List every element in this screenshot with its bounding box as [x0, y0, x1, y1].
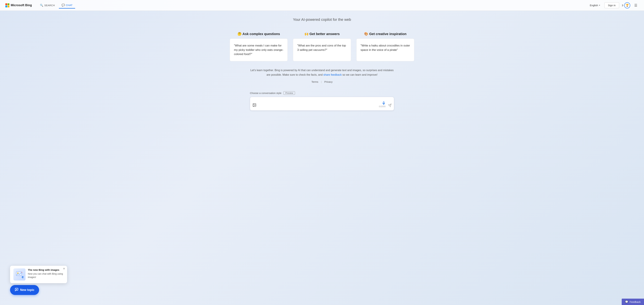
header-right: English ▼ Sign in 3 🏆 ☰	[588, 2, 639, 8]
nav-chat[interactable]: 💬 CHAT	[59, 2, 75, 8]
feature-card-creative[interactable]: "Write a haiku about crocodiles in outer…	[356, 38, 414, 61]
conversation-style-label: Choose a conversation style	[250, 92, 282, 94]
feedback-button[interactable]: 💬 Feedback	[622, 298, 644, 305]
tagline: Your AI-powered copilot for the web	[293, 18, 351, 22]
nav-search-label: SEARCH	[44, 4, 55, 7]
chat-input-box: 0/2000	[250, 97, 394, 110]
privacy-link[interactable]: Privacy	[324, 80, 332, 83]
feedback-label: Feedback	[630, 300, 641, 303]
feature-card-questions[interactable]: "What are some meals I can make for my p…	[230, 38, 288, 61]
search-icon: 🔍	[40, 4, 43, 7]
chat-input-field[interactable]	[259, 100, 384, 108]
info-text-after: so we can learn and improve!	[342, 73, 377, 76]
tooltip-content: The new Bing with images Now you can cha…	[28, 268, 64, 279]
language-selector[interactable]: English ▼	[588, 3, 602, 8]
nav-chat-label: CHAT	[66, 4, 72, 6]
new-topic-icon	[15, 288, 18, 292]
svg-rect-2	[383, 102, 384, 104]
tooltip-body: Now you can chat with Bing using images!	[28, 272, 64, 279]
nav-search[interactable]: 🔍 SEARCH	[37, 2, 58, 8]
reward-count: 3	[622, 4, 623, 7]
microphone-button[interactable]	[382, 101, 386, 106]
microsoft-logo-icon	[5, 3, 10, 8]
reward-badge[interactable]: 3 🏆	[622, 2, 630, 8]
feature-card-answers[interactable]: "What are the pros and cons of the top 3…	[293, 38, 351, 61]
chat-input-wrapper: Choose a conversation style Preview 0/20…	[250, 91, 394, 110]
share-feedback-link[interactable]: share feedback	[323, 73, 342, 76]
tooltip-image: ✦	[14, 268, 26, 280]
features-row: 🤔 Ask complex questions "What are some m…	[230, 32, 414, 61]
conversation-style-row: Choose a conversation style Preview	[250, 91, 394, 95]
feedback-icon: 💬	[625, 300, 628, 303]
terms-link[interactable]: Terms	[312, 80, 318, 83]
sign-in-button[interactable]: Sign in	[604, 2, 619, 8]
feature-section-questions: 🤔 Ask complex questions "What are some m…	[230, 32, 288, 61]
logo[interactable]: Microsoft Bing	[5, 3, 32, 8]
new-topic-label: New topic	[20, 288, 34, 292]
terms-divider: |	[321, 80, 322, 83]
info-text: Let's learn together. Bing is powered by…	[250, 68, 394, 77]
terms-row: Terms | Privacy	[312, 80, 332, 83]
brand-name: Microsoft Bing	[11, 4, 32, 7]
svg-text:✦: ✦	[22, 276, 24, 278]
feature-title-creative: 🎨 Get creative inspiration	[356, 32, 414, 36]
tooltip-title: The new Bing with images	[28, 268, 64, 271]
tooltip-popup: ✦ The new Bing with images Now you can c…	[10, 266, 67, 283]
feature-title-answers: 🙌 Get better answers	[293, 32, 351, 36]
header: Microsoft Bing 🔍 SEARCH 💬 CHAT English ▼…	[0, 0, 644, 11]
chevron-down-icon: ▼	[599, 4, 600, 6]
feature-section-creative: 🎨 Get creative inspiration "Write a haik…	[356, 32, 414, 61]
new-topic-button[interactable]: New topic	[10, 285, 39, 295]
feature-section-answers: 🙌 Get better answers "What are the pros …	[293, 32, 351, 61]
send-button[interactable]	[388, 104, 392, 108]
main-content: Your AI-powered copilot for the web 🤔 As…	[221, 11, 422, 131]
chat-icon: 💬	[62, 4, 65, 7]
tooltip-close-button[interactable]: ✕	[63, 268, 65, 270]
svg-point-1	[254, 104, 254, 105]
header-nav: 🔍 SEARCH 💬 CHAT	[37, 2, 588, 8]
image-upload-button[interactable]	[252, 103, 256, 108]
reward-icon: 🏆	[624, 2, 630, 8]
language-label: English	[590, 4, 598, 7]
feature-title-questions: 🤔 Ask complex questions	[230, 32, 288, 36]
preview-badge: Preview	[284, 91, 295, 95]
menu-button[interactable]: ☰	[633, 3, 639, 8]
svg-point-11	[17, 272, 18, 274]
